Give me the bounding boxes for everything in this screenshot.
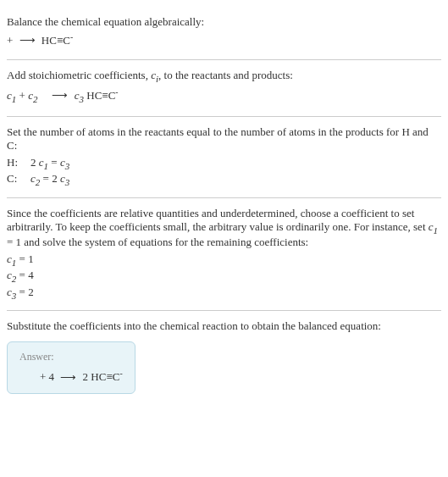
c1-sub: 1 [434,225,439,236]
section-balance-intro: Balance the chemical equation algebraica… [7,7,441,60]
h-c3-sub: 3 [65,160,70,170]
charge-superscript: - [115,87,118,97]
h-equation: 2 c1 = c3 [30,156,69,171]
reactants-placeholder: + [7,34,16,47]
c-balance-row: C: c2 = 2 c3 [7,172,441,187]
charge-superscript: - [119,369,122,378]
coeff-c1: c1 = 1 [7,252,441,268]
intro-4a: Since the coefficients are relative quan… [7,207,429,233]
h-label: H: [7,156,30,171]
coeff-c3: c3 = 2 [7,286,441,301]
arrow-icon: ⟶ [48,89,71,103]
balanced-equation: + 4 ⟶ 2 HC≡C- [19,369,123,384]
intro-prefix: Add stoichiometric coefficients, [7,69,151,81]
intro-text-5: Substitute the coefficients into the che… [7,319,441,333]
h-balance-row: H: 2 c1 = c3 [7,156,441,171]
intro-text-1: Balance the chemical equation algebraica… [7,15,441,29]
c-equation: c2 = 2 c3 [30,172,69,187]
intro-text-2: Add stoichiometric coefficients, ci, to … [7,69,441,84]
ci-var: ci [151,69,158,81]
c2-sub: 2 [33,94,38,104]
balanced-right: 2 HC≡C [83,371,120,384]
plus-sign: + [19,89,29,102]
h-eq: = [48,156,60,169]
balanced-left: + 4 [40,371,57,384]
c1-val: = 1 [16,252,33,265]
product-formula: HC≡C [86,89,115,102]
intro-text-4: Since the coefficients are relative quan… [7,207,441,249]
intro-suffix: , to the reactants and products: [158,69,293,81]
c-label: C: [7,172,30,187]
h-2: 2 [30,156,39,169]
c2-val: = 4 [16,269,33,281]
arrow-icon: ⟶ [16,34,39,47]
intro-4b: = 1 and solve the system of equations fo… [7,236,308,248]
product-formula: HC≡C [41,34,70,47]
c-c3-sub: 3 [65,177,70,187]
c3-sub: 3 [80,94,85,104]
section-answer: Substitute the coefficients into the che… [7,311,441,402]
c3-val: = 2 [16,286,33,298]
answer-label: Answer: [19,351,123,363]
intro-text-3: Set the number of atoms in the reactants… [7,125,441,153]
equation-with-coeffs: c1 + c2 ⟶ c3 HC≡C- [7,87,441,104]
charge-superscript: - [70,32,73,42]
arrow-icon: ⟶ [57,371,80,385]
section-add-coefficients: Add stoichiometric coefficients, ci, to … [7,60,441,117]
coeff-c2: c2 = 4 [7,269,441,284]
answer-box: Answer: + 4 ⟶ 2 HC≡C- [7,341,136,393]
c1-sub: 1 [12,94,17,104]
section-solve: Since the coefficients are relative quan… [7,198,441,311]
c-eq: = 2 [40,172,60,185]
equation-unbalanced: + ⟶ HC≡C- [7,32,441,47]
section-atom-balance: Set the number of atoms in the reactants… [7,117,441,198]
